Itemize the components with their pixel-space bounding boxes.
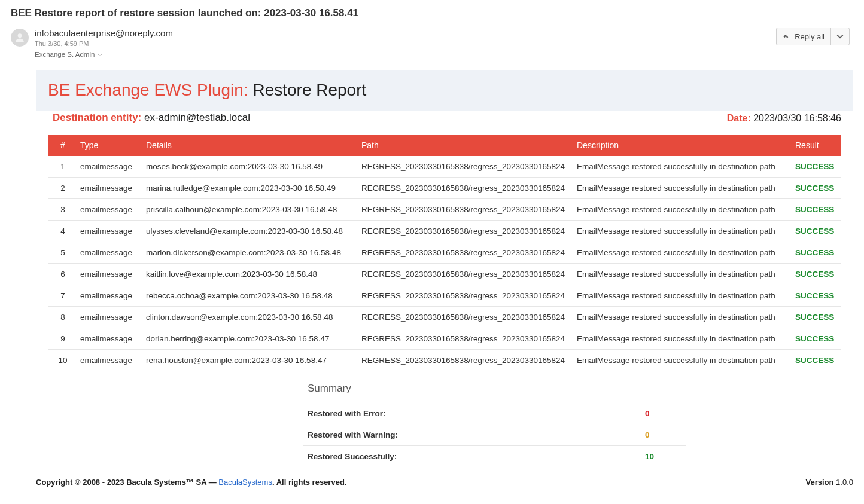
summary-label: Restored Successfully: xyxy=(308,452,397,461)
footer-copyright-suffix: . All rights reserved. xyxy=(272,478,347,487)
cell-number: 3 xyxy=(48,205,78,214)
footer-version: Version 1.0.0 xyxy=(806,478,854,487)
col-type: Type xyxy=(78,140,144,150)
table-row: 2emailmessagemarina.rutledge@example.com… xyxy=(48,178,841,199)
table-row: 3emailmessagepriscilla.calhoun@example.c… xyxy=(48,199,841,221)
sender-row: infobaculaenterprise@noreply.com Thu 3/3… xyxy=(11,28,853,59)
cell-description: EmailMessage restored successfully in de… xyxy=(574,270,793,279)
person-icon xyxy=(14,32,26,44)
avatar xyxy=(11,29,29,47)
destination-entity: Destination entity: ex-admin@testlab.loc… xyxy=(53,112,250,124)
table-row: 1emailmessagemoses.beck@example.com:2023… xyxy=(48,156,841,178)
col-details: Details xyxy=(144,140,359,150)
footer: Copyright © 2008 - 2023 Bacula Systems™ … xyxy=(36,478,853,487)
cell-path: REGRESS_20230330165838/regress_202303301… xyxy=(359,313,574,322)
cell-number: 4 xyxy=(48,227,78,236)
col-path: Path xyxy=(359,140,574,150)
reply-all-label: Reply all xyxy=(795,32,825,41)
cell-result: SUCCESS xyxy=(793,248,841,257)
cell-type: emailmessage xyxy=(78,162,144,171)
cell-number: 7 xyxy=(48,291,78,300)
cell-details: moses.beck@example.com:2023-03-30 16.58.… xyxy=(144,162,359,171)
sender-left: infobaculaenterprise@noreply.com Thu 3/3… xyxy=(11,28,173,59)
summary-value: 10 xyxy=(645,452,681,461)
cell-type: emailmessage xyxy=(78,184,144,193)
reply-all-icon xyxy=(783,32,791,41)
recipient[interactable]: Exchange S. Admin xyxy=(35,50,173,59)
cell-result: SUCCESS xyxy=(793,227,841,236)
sender-email: infobaculaenterprise@noreply.com xyxy=(35,28,173,39)
report-title: BE Exchange EWS Plugin: Restore Report xyxy=(48,81,366,99)
summary-rows: Restored with Error:0Restored with Warni… xyxy=(303,403,686,467)
summary-row: Restored with Warning:0 xyxy=(303,424,686,446)
reply-all-group: Reply all xyxy=(776,28,850,45)
cell-result: SUCCESS xyxy=(793,291,841,300)
cell-description: EmailMessage restored successfully in de… xyxy=(574,184,793,193)
cell-number: 6 xyxy=(48,270,78,279)
destination-label: Destination entity: xyxy=(53,112,141,123)
summary-row: Restored with Error:0 xyxy=(303,403,686,424)
cell-type: emailmessage xyxy=(78,205,144,214)
cell-result: SUCCESS xyxy=(793,313,841,322)
cell-path: REGRESS_20230330165838/regress_202303301… xyxy=(359,184,574,193)
cell-details: marina.rutledge@example.com:2023-03-30 1… xyxy=(144,184,359,193)
chevron-down-icon xyxy=(97,52,103,58)
cell-result: SUCCESS xyxy=(793,334,841,343)
cell-details: kaitlin.love@example.com:2023-03-30 16.5… xyxy=(144,270,359,279)
footer-version-value: 1.0.0 xyxy=(833,478,853,487)
footer-link[interactable]: BaculaSystems xyxy=(218,478,272,487)
summary-label: Restored with Warning: xyxy=(308,430,398,439)
cell-path: REGRESS_20230330165838/regress_202303301… xyxy=(359,248,574,257)
report-body: BE Exchange EWS Plugin: Restore Report D… xyxy=(36,70,853,467)
table-row: 7emailmessagerebecca.ochoa@example.com:2… xyxy=(48,285,841,307)
mail-subject: BEE Restore report of restore session la… xyxy=(11,7,853,19)
cell-type: emailmessage xyxy=(78,356,144,365)
cell-result: SUCCESS xyxy=(793,205,841,214)
date-label: Date: xyxy=(727,113,751,123)
chevron-down-icon xyxy=(836,32,844,41)
cell-type: emailmessage xyxy=(78,334,144,343)
date-value: 2023/03/30 16:58:46 xyxy=(753,113,841,123)
mail-header: BEE Restore report of restore session la… xyxy=(0,0,864,59)
cell-description: EmailMessage restored successfully in de… xyxy=(574,334,793,343)
cell-details: dorian.herring@example.com:2023-03-30 16… xyxy=(144,334,359,343)
results-table: # Type Details Path Description Result 1… xyxy=(48,135,841,371)
cell-details: ulysses.cleveland@example.com:2023-03-30… xyxy=(144,227,359,236)
cell-description: EmailMessage restored successfully in de… xyxy=(574,162,793,171)
table-row: 4emailmessageulysses.cleveland@example.c… xyxy=(48,221,841,242)
col-number: # xyxy=(48,140,78,150)
summary-row: Restored Successfully:10 xyxy=(303,446,686,467)
cell-path: REGRESS_20230330165838/regress_202303301… xyxy=(359,270,574,279)
cell-details: rena.houston@example.com:2023-03-30 16.5… xyxy=(144,356,359,365)
summary-title: Summary xyxy=(308,383,686,395)
cell-number: 1 xyxy=(48,162,78,171)
table-row: 5emailmessagemarion.dickerson@example.co… xyxy=(48,242,841,264)
summary-value: 0 xyxy=(645,409,681,418)
cell-number: 2 xyxy=(48,184,78,193)
summary-label: Restored with Error: xyxy=(308,409,386,418)
cell-path: REGRESS_20230330165838/regress_202303301… xyxy=(359,205,574,214)
cell-path: REGRESS_20230330165838/regress_202303301… xyxy=(359,334,574,343)
cell-result: SUCCESS xyxy=(793,184,841,193)
reply-all-caret[interactable] xyxy=(831,28,849,45)
cell-type: emailmessage xyxy=(78,248,144,257)
table-row: 9emailmessagedorian.herring@example.com:… xyxy=(48,328,841,350)
footer-copyright-prefix: Copyright © 2008 - 2023 Bacula Systems™ … xyxy=(36,478,218,487)
cell-details: priscilla.calhoun@example.com:2023-03-30… xyxy=(144,205,359,214)
cell-description: EmailMessage restored successfully in de… xyxy=(574,227,793,236)
cell-result: SUCCESS xyxy=(793,162,841,171)
cell-result: SUCCESS xyxy=(793,356,841,365)
destination-value: ex-admin@testlab.local xyxy=(144,112,250,123)
reply-all-button[interactable]: Reply all xyxy=(777,28,831,45)
meta-row: Destination entity: ex-admin@testlab.loc… xyxy=(36,111,853,135)
cell-result: SUCCESS xyxy=(793,270,841,279)
footer-version-label: Version xyxy=(806,478,834,487)
summary-inner: Summary Restored with Error:0Restored wi… xyxy=(303,380,841,467)
sent-time: Thu 3/30, 4:59 PM xyxy=(35,39,173,48)
cell-number: 5 xyxy=(48,248,78,257)
recipient-name: Exchange S. Admin xyxy=(35,51,95,58)
cell-details: clinton.dawson@example.com:2023-03-30 16… xyxy=(144,313,359,322)
cell-path: REGRESS_20230330165838/regress_202303301… xyxy=(359,227,574,236)
report-title-prefix: BE Exchange EWS Plugin: xyxy=(48,81,248,99)
cell-description: EmailMessage restored successfully in de… xyxy=(574,356,793,365)
